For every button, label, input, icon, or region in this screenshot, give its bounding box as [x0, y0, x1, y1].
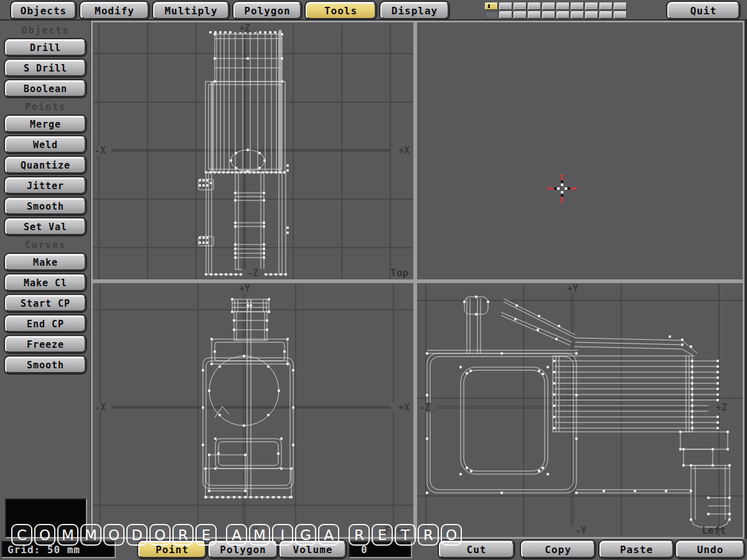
layer-button-bg-4[interactable]: [528, 11, 541, 19]
tool-jitter[interactable]: Jitter: [5, 177, 86, 194]
tool-smooth-curves[interactable]: Smooth: [5, 357, 86, 373]
layer-button-fg-3[interactable]: [514, 2, 527, 10]
svg-text:-X: -X: [95, 402, 106, 413]
menu-tools[interactable]: Tools: [306, 2, 376, 19]
modeler-window: Objects Modify Multiply Polygon Tools Di…: [0, 0, 747, 560]
mode-volume[interactable]: Volume: [280, 541, 346, 558]
tool-make-cl[interactable]: Make Cl: [5, 274, 86, 291]
layer-button-fg-4[interactable]: [528, 2, 541, 10]
svg-text:Top: Top: [390, 267, 408, 279]
svg-text:+Z: +Z: [716, 402, 727, 413]
mode-polygon[interactable]: Polygon: [209, 541, 278, 558]
layer-button-bg-6[interactable]: [557, 11, 570, 19]
layer-button-fg-7[interactable]: [571, 2, 584, 10]
selection-count-readout: 0: [349, 541, 412, 558]
viewport-area: +Z-Z-X+XTop +Y-Y-X+XFace +Y-Y-Z+ZLeft: [91, 21, 745, 539]
bottombar: Grid: 50 mm Point Polygon Volume 0 Cut C…: [0, 539, 747, 560]
layer-button-bg-7[interactable]: [571, 11, 584, 19]
layer-button-bg-1[interactable]: [485, 11, 498, 19]
menubar: Objects Modify Multiply Polygon Tools Di…: [0, 0, 747, 21]
paste-button[interactable]: Paste: [599, 541, 674, 558]
tool-start-cp[interactable]: Start CP: [5, 295, 86, 312]
layer-button-fg-8[interactable]: [585, 2, 598, 10]
quit-button[interactable]: Quit: [667, 2, 740, 19]
tool-make[interactable]: Make: [5, 254, 86, 271]
menu-multiply[interactable]: Multiply: [153, 2, 229, 19]
layer-button-bg-9[interactable]: [599, 11, 613, 19]
viewport-top[interactable]: +Z-Z-X+XTop: [93, 22, 413, 279]
layer-button-bg-10[interactable]: [614, 11, 627, 19]
undo-button[interactable]: Undo: [676, 541, 745, 558]
tool-merge[interactable]: Merge: [5, 116, 86, 133]
svg-text:-X: -X: [95, 145, 106, 156]
tool-smooth-points[interactable]: Smooth: [5, 198, 86, 215]
sidebar: Objects Drill S Drill Boolean Points Mer…: [0, 21, 91, 377]
cut-button[interactable]: Cut: [439, 541, 514, 558]
layer-grid: [485, 2, 628, 20]
layer-button-bg-3[interactable]: [514, 11, 527, 19]
section-header-objects: Objects: [0, 25, 91, 36]
tool-end-cp[interactable]: End CP: [5, 315, 86, 332]
tool-weld[interactable]: Weld: [5, 136, 86, 153]
svg-text:Face: Face: [384, 525, 408, 536]
svg-text:+X: +X: [398, 145, 410, 156]
svg-text:+Y: +Y: [239, 283, 250, 294]
svg-text:Left: Left: [702, 525, 726, 536]
svg-text:+Y: +Y: [567, 283, 578, 294]
section-header-curves: Curves: [0, 240, 91, 251]
layer-button-fg-9[interactable]: [599, 2, 613, 10]
tool-freeze[interactable]: Freeze: [5, 336, 86, 353]
tool-set-val[interactable]: Set Val: [5, 218, 86, 235]
layer-button-bg-2[interactable]: [499, 11, 512, 19]
svg-text:+Z: +Z: [239, 22, 250, 34]
svg-text:-Z: -Z: [419, 402, 430, 413]
layer-content-mark: [488, 4, 490, 8]
viewport-left[interactable]: +Y-Y-Z+ZLeft: [417, 283, 743, 537]
svg-text:-Y: -Y: [575, 525, 586, 536]
tool-s-drill[interactable]: S Drill: [5, 60, 86, 77]
svg-text:+X: +X: [398, 402, 410, 413]
window-right-edge: [745, 0, 747, 560]
layer-button-fg-2[interactable]: [499, 2, 512, 10]
layer-button-fg-6[interactable]: [557, 2, 570, 10]
menu-polygon[interactable]: Polygon: [233, 2, 301, 19]
svg-text:-Z: -Z: [247, 268, 258, 279]
preview-box: [5, 498, 87, 538]
tool-boolean[interactable]: Boolean: [5, 80, 86, 97]
viewport-perspective[interactable]: [417, 22, 743, 279]
copy-button[interactable]: Copy: [521, 541, 595, 558]
grid-size-readout: Grid: 50 mm: [1, 541, 116, 558]
layer-button-bg-8[interactable]: [585, 11, 598, 19]
viewport-face[interactable]: +Y-Y-X+XFace: [93, 283, 413, 537]
menu-modify[interactable]: Modify: [80, 2, 149, 19]
layer-button-bg-5[interactable]: [542, 11, 555, 19]
section-header-points: Points: [0, 101, 91, 113]
tool-drill[interactable]: Drill: [5, 39, 86, 56]
layer-button-fg-1[interactable]: [485, 2, 498, 10]
svg-text:-Y: -Y: [247, 525, 258, 536]
tool-quantize[interactable]: Quantize: [5, 157, 86, 174]
menu-display[interactable]: Display: [380, 2, 449, 19]
menu-objects[interactable]: Objects: [11, 2, 76, 19]
layer-button-fg-10[interactable]: [614, 2, 627, 10]
layer-button-fg-5[interactable]: [542, 2, 555, 10]
mode-point[interactable]: Point: [138, 541, 206, 558]
